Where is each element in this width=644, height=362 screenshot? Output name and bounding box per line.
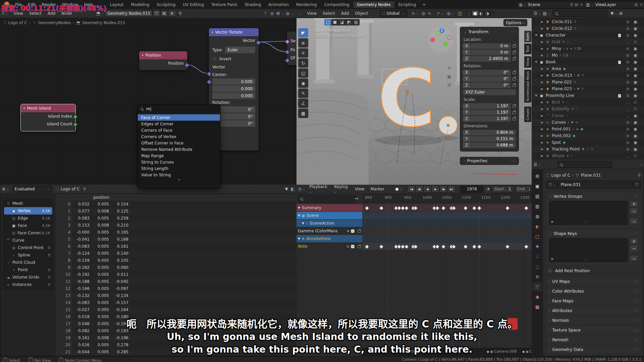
dataset-mesh[interactable]: ▽Mesh <box>4 200 52 207</box>
object-name[interactable]: Plane.023 <box>552 86 572 91</box>
disable-render-toggle[interactable]: ▣ <box>634 67 637 71</box>
hide-viewport-toggle[interactable]: ⊙ <box>626 53 629 58</box>
panel-grip[interactable]: ∷∷ <box>512 30 516 34</box>
value-field[interactable]: 1.197 <box>471 116 511 122</box>
value-field[interactable]: 0° <box>471 70 511 75</box>
disclosure-triangle-icon[interactable]: ▼ <box>298 206 300 209</box>
properties-tab-output[interactable]: ▤ <box>533 192 542 200</box>
disclosure-triangle-icon[interactable]: ▶ <box>541 54 545 57</box>
outliner-row-spot[interactable]: ▶☀Spot◉⊙▣ <box>532 139 644 146</box>
value-field[interactable]: 0° <box>471 76 511 82</box>
filter-funnel-icon[interactable]: ▼ <box>610 11 613 16</box>
panel-grip[interactable]: ∷∷ <box>634 309 638 312</box>
sidebar-tab-view[interactable]: View <box>524 56 531 68</box>
remove-button[interactable]: − <box>630 208 638 214</box>
outliner-row-butterfly[interactable]: ▶▼Butterfly✚▽◡☒ <box>532 106 644 112</box>
object-name[interactable]: Butterfly <box>552 107 569 111</box>
editor-type-icon[interactable]: ☰ <box>534 162 537 167</box>
panel-grip[interactable]: ∷∷ <box>634 280 638 283</box>
lock-icon[interactable] <box>513 57 516 60</box>
search-result-item[interactable]: Corners of Vertex <box>138 133 220 140</box>
pin-icon[interactable]: ⚲ <box>570 2 573 7</box>
channel-checkbox[interactable]: ✓ <box>351 229 355 233</box>
dataset-point-cloud[interactable]: ∵Point Cloud <box>4 259 52 266</box>
channel-gamma-colormanagedvie[interactable]: Gamma (ColorManagedVie✚✓ <box>297 227 362 235</box>
workspace-tab-scripting[interactable]: Scripting <box>394 1 420 8</box>
panel-uv-maps[interactable]: ›UV Maps∷∷ <box>546 278 641 285</box>
snapping-icon[interactable]: ⊞ <box>275 11 281 16</box>
disable-render-toggle[interactable]: ▣ <box>634 140 637 145</box>
search-result-item[interactable]: Face of Corner <box>138 114 220 121</box>
panel-header[interactable]: ›Attributes∷∷ <box>546 307 641 314</box>
scene-name[interactable]: Scene <box>528 2 540 7</box>
hide-viewport-toggle[interactable]: ⊙ <box>626 120 629 125</box>
outliner-row-point-002[interactable]: ▶☀Point.002◉⊙▣ <box>532 132 644 139</box>
parent-tree-icon[interactable]: ↑ <box>262 11 269 16</box>
dataset-face-corner[interactable]: ◳Face Corner18.1K <box>4 229 52 237</box>
node-position[interactable]: ▾ Position Position <box>139 51 187 70</box>
gizmo-x-axis[interactable] <box>430 38 435 42</box>
disclosure-triangle-icon[interactable]: ▶ <box>541 80 545 84</box>
channel-search[interactable] <box>298 195 356 202</box>
hide-viewport-toggle[interactable]: ◡ <box>626 154 630 158</box>
sidebar-tab-item[interactable]: Item <box>524 31 531 42</box>
center-x-field[interactable]: 0.000 <box>212 78 255 85</box>
panel-face-maps[interactable]: ›Face Maps∷∷ <box>546 297 641 305</box>
remove-button[interactable]: − <box>630 245 638 251</box>
next-keyframe-button[interactable]: |▶ <box>439 186 447 192</box>
gizmo-x-neg[interactable] <box>447 35 452 40</box>
workspace-tab-sculpting[interactable]: Sculpting <box>153 1 179 8</box>
sidebar-tab-screencast-keys[interactable]: Screencast Keys <box>524 70 531 103</box>
object-name[interactable]: Mo <box>552 53 558 58</box>
navigation-gizmo[interactable]: Z <box>428 27 454 52</box>
properties-tab-texture[interactable]: ▩ <box>533 302 542 311</box>
menu-add[interactable]: Add <box>338 11 352 16</box>
disclosure-triangle-icon[interactable]: ▶ <box>541 114 545 117</box>
disclosure-triangle-icon[interactable]: ▶ <box>541 74 545 77</box>
channel-checkbox[interactable]: ✓ <box>351 245 355 248</box>
properties-options-icon[interactable]: ⌄ <box>639 163 642 166</box>
object-name[interactable]: Area <box>552 66 561 71</box>
hide-viewport-toggle[interactable]: ⊙ <box>626 20 629 24</box>
hide-viewport-toggle[interactable]: ⊙ <box>626 94 629 98</box>
disable-render-toggle[interactable]: ▣ <box>634 47 637 51</box>
disable-render-toggle[interactable]: ▣ <box>634 127 637 131</box>
hide-viewport-toggle[interactable]: ⊙ <box>626 87 629 91</box>
search-result-item[interactable]: Offset Corner in Face <box>138 140 220 146</box>
gizmos-toggle-icon[interactable]: ↗ <box>437 11 440 16</box>
outliner-row-point-001[interactable]: ▶☀Point.001≀◎◉⊙▣ <box>532 126 644 132</box>
list-box[interactable]: ▶∷∷ <box>549 238 628 262</box>
hide-viewport-toggle[interactable]: ◡ <box>626 114 630 118</box>
workspace-tab-modeling[interactable]: Modeling <box>127 1 153 8</box>
panel-title[interactable]: Transform <box>469 29 489 34</box>
menu-keying[interactable]: Keying ⌄ <box>331 184 352 194</box>
value-field[interactable]: 0.804 m <box>471 130 516 135</box>
scene-selector[interactable]: ◍⌄ Scene ⚲ ⧉ ✕ <box>517 1 586 8</box>
workspace-tab-layout[interactable]: Layout <box>106 1 127 8</box>
camera-view-icon[interactable]: ▣ <box>447 74 451 79</box>
panel-grip[interactable]: ∷∷ <box>634 232 638 235</box>
panel-header[interactable]: ›Color Attributes∷∷ <box>546 287 641 295</box>
measure-tool-icon[interactable]: ∠ <box>298 99 308 108</box>
disable-render-toggle[interactable]: ▣ <box>634 94 637 98</box>
select-mode-new-icon[interactable]: □ <box>324 19 331 25</box>
object-name[interactable]: Bird <box>552 100 560 105</box>
overlays-icon[interactable]: ◍ <box>284 11 291 16</box>
perspective-toggle-icon[interactable]: ⊞ <box>447 82 451 87</box>
list-grip[interactable]: ∷∷ <box>585 258 589 261</box>
table-row[interactable]: 5-0.0410.0050.168 <box>56 236 297 243</box>
table-row[interactable]: 9-0.1820.0050.060 <box>56 264 297 272</box>
disclosure-triangle-icon[interactable]: ▼ <box>302 222 304 225</box>
node-mesh-island[interactable]: ▾ Mesh Island Island Index Island Count <box>20 104 76 131</box>
select-mode-subtract-icon[interactable]: ◪ <box>338 19 345 25</box>
search-result-item[interactable]: Map Range <box>138 153 220 159</box>
hide-viewport-toggle[interactable]: ⊙ <box>626 147 629 152</box>
workspace-tab-shading[interactable]: Shading <box>241 1 265 8</box>
select-mode-invert-icon[interactable]: ◩ <box>345 19 353 25</box>
table-row[interactable]: 6-0.0830.0050.161 <box>56 243 297 250</box>
dataset-curve[interactable]: ⌒Curve <box>4 237 52 244</box>
disclosure-triangle-icon[interactable]: ▶ <box>541 67 545 70</box>
outliner-row-plane-023[interactable]: ▶▼Plane.023≀✚▽⊙▣ <box>532 85 644 92</box>
panel-grip[interactable]: ∷∷ <box>634 290 638 293</box>
outliner-row-circle-011[interactable]: ▶▼Circle.011▽⊙▣ <box>532 18 644 25</box>
